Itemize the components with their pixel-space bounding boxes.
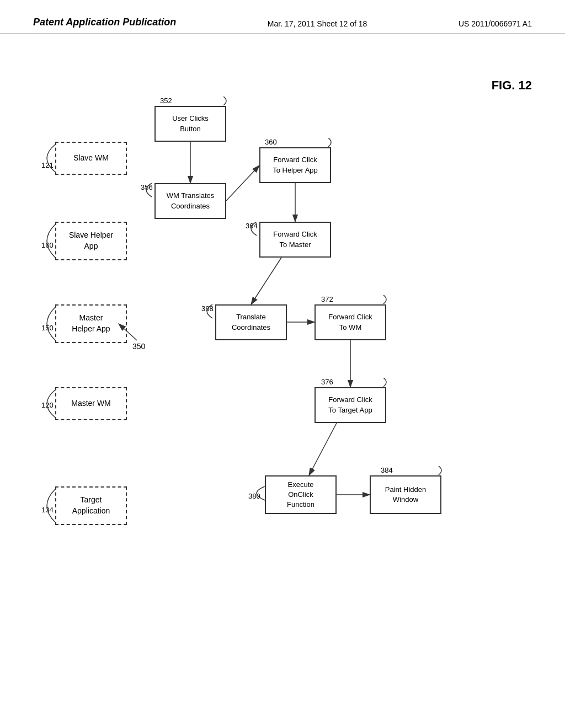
master-helper-app-label: Master Helper App [72,313,110,334]
paint-hidden-window-label: Paint Hidden Window [385,485,426,505]
p364-bracket [243,222,259,238]
p368-bracket [199,304,215,321]
execute-onclick-box: Execute OnClick Function [265,475,337,514]
master-helper-app-box: Master Helper App [55,304,127,343]
master-wm-label: Master WM [71,398,111,409]
forward-click-master-box: Forward Click To Master [259,222,331,258]
slave-wm-box: Slave WM [55,142,127,175]
arrows-svg [0,34,565,707]
target-app-bracket [33,486,58,525]
p360-bracket [326,138,337,149]
svg-line-4 [251,258,281,304]
master-helper-app-bracket [33,304,58,343]
p360-ref: 360 [265,138,277,146]
p384-ref: 384 [381,466,393,474]
p356-bracket [138,183,154,200]
slave-helper-app-box: Slave Helper App [55,222,127,260]
slave-helper-app-label: Slave Helper App [69,230,113,251]
forward-click-target-label: Forward Click To Target App [328,395,372,415]
p376-bracket [381,378,392,389]
header-title: Patent Application Publication [33,17,176,28]
svg-line-7 [309,423,337,475]
master-wm-box: Master WM [55,387,127,420]
translate-coords-label: Translate Coordinates [232,312,270,332]
p372-ref: 372 [321,295,333,303]
p352-bracket [221,97,232,108]
p352-ref: 352 [160,97,172,105]
header-patent-number: US 2011/0066971 A1 [459,19,532,28]
forward-click-wm-label: Forward Click To WM [328,312,372,332]
ref-350-label: 350 [132,342,145,351]
wm-translates-box: WM Translates Coordinates [154,183,226,219]
header-date-sheet: Mar. 17, 2011 Sheet 12 of 18 [268,19,367,28]
target-app-box: Target Application [55,486,127,525]
p384-bracket [436,466,447,477]
target-app-label: Target Application [72,495,110,516]
user-clicks-button-box: User Clicks Button [154,106,226,142]
translate-coords-box: Translate Coordinates [215,304,287,340]
slave-wm-label: Slave WM [73,153,109,164]
svg-line-2 [226,165,259,201]
paint-hidden-window-box: Paint Hidden Window [370,475,441,514]
forward-click-target-box: Forward Click To Target App [315,387,386,423]
diagram-area: FIG. 12 [0,34,565,707]
p380-bracket [246,486,268,503]
figure-label: FIG. 12 [492,78,532,93]
master-wm-bracket [33,387,58,420]
header: Patent Application Publication Mar. 17, … [0,0,565,34]
forward-click-master-label: Forward Click To Master [273,229,317,249]
user-clicks-button-label: User Clicks Button [172,114,209,133]
slave-helper-app-bracket [33,222,58,260]
forward-click-wm-box: Forward Click To WM [315,304,386,340]
slave-wm-bracket [33,142,58,175]
forward-click-helper-label: Forward Click To Helper App [273,155,318,175]
p372-bracket [381,295,392,306]
execute-onclick-label: Execute OnClick Function [287,480,315,510]
wm-translates-label: WM Translates Coordinates [167,191,215,211]
page: Patent Application Publication Mar. 17, … [0,0,565,728]
forward-click-helper-box: Forward Click To Helper App [259,147,331,183]
p376-ref: 376 [321,378,333,386]
